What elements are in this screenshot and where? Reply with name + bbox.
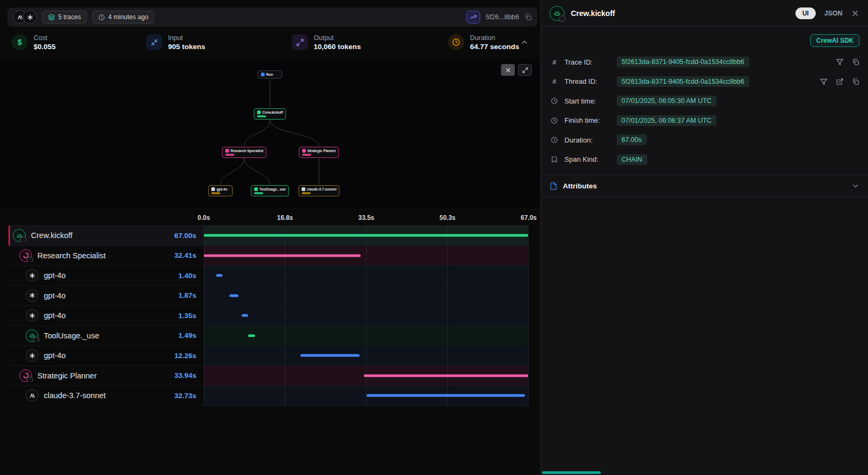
waterfall-row-strategic-planner[interactable]: Strategic Planner 33.94s bbox=[9, 366, 529, 386]
waterfall-row-crew-kickoff[interactable]: Crew.kickoff 67.00s bbox=[9, 226, 529, 246]
waterfall-row-gpt-4o[interactable]: gpt-4o 1.35s bbox=[9, 306, 529, 326]
panel-scrollbar-thumb[interactable] bbox=[542, 471, 601, 474]
graph-node-claude[interactable]: claude-3.7-sonnet bbox=[298, 185, 339, 196]
span-duration: 1.35s bbox=[160, 312, 204, 320]
field-thread-id: # Thread ID: 5f2613da-8371-9405-fcdd-0a1… bbox=[550, 72, 859, 92]
sdk-badge[interactable]: CrewAI SDK bbox=[810, 34, 859, 47]
openai-icon bbox=[26, 309, 38, 322]
span-bar bbox=[204, 254, 361, 257]
trending-up-icon bbox=[469, 13, 477, 21]
graph-node-gpt-4o[interactable]: gpt-4o bbox=[208, 185, 233, 196]
timeline-cell[interactable] bbox=[204, 326, 529, 346]
stat-duration: Duration 64.77 seconds bbox=[448, 34, 519, 51]
traces-count-badge[interactable]: 5 traces bbox=[42, 11, 87, 23]
chevron-down-icon[interactable] bbox=[851, 182, 859, 190]
node-label: Strategic Planner bbox=[307, 149, 336, 153]
filter-icon[interactable] bbox=[836, 58, 843, 66]
node-status-pill bbox=[302, 154, 311, 156]
graph-node-run[interactable]: Run bbox=[258, 70, 282, 78]
span-bar bbox=[229, 294, 238, 297]
copy-icon[interactable] bbox=[852, 78, 859, 85]
trace-id-value[interactable]: 5f2613da-8371-9405-fcdd-0a1534cc8bb6 bbox=[617, 57, 749, 67]
axis-tick: 67.0s bbox=[521, 214, 537, 221]
tool-node-icon bbox=[254, 187, 258, 191]
span-bar bbox=[216, 274, 223, 277]
chevron-up-icon bbox=[520, 38, 529, 46]
arrows-in-icon bbox=[146, 34, 162, 50]
graph-expand-button[interactable] bbox=[518, 64, 532, 76]
llm-node-icon bbox=[211, 187, 215, 191]
waterfall-row-gpt-4o[interactable]: gpt-4o 1.40s bbox=[9, 266, 529, 286]
panel-title: Crew.kickoff bbox=[571, 9, 615, 18]
node-label: Run bbox=[266, 73, 273, 76]
external-link-icon[interactable] bbox=[836, 78, 843, 85]
timeline-cell[interactable] bbox=[204, 366, 529, 386]
filter-icon[interactable] bbox=[820, 78, 827, 85]
span-bar bbox=[248, 334, 256, 337]
output-value: 10,060 tokens bbox=[314, 43, 361, 51]
run-node-icon bbox=[261, 73, 265, 76]
waterfall-row-claude[interactable]: claude-3.7-sonnet 32.73s bbox=[9, 386, 529, 406]
graph-node-strategic-planner[interactable]: Strategic Planner bbox=[299, 147, 339, 158]
waterfall-rows: Crew.kickoff 67.00s Research Specialist … bbox=[9, 225, 529, 406]
timeline-cell[interactable] bbox=[204, 246, 529, 266]
field-label: Trace ID: bbox=[564, 58, 611, 66]
span-name: gpt-4o bbox=[44, 311, 66, 320]
waterfall-row-gpt-4o[interactable]: gpt-4o 12.26s bbox=[9, 346, 529, 366]
node-status-pill bbox=[225, 154, 234, 156]
attributes-section[interactable]: Attributes bbox=[541, 175, 868, 197]
copy-icon[interactable] bbox=[852, 58, 859, 66]
node-label: Crew.kickoff bbox=[262, 110, 283, 114]
agent-icon bbox=[19, 369, 32, 382]
node-status-pill bbox=[211, 192, 220, 194]
panel-close-button[interactable] bbox=[851, 9, 859, 18]
span-name: gpt-4o bbox=[44, 351, 66, 360]
llm-node-icon bbox=[301, 187, 305, 191]
waterfall-row-toolusage[interactable]: ToolUsage._use 1.49s bbox=[9, 326, 529, 346]
span-name: gpt-4o bbox=[44, 271, 66, 280]
timeline-cell[interactable] bbox=[204, 346, 529, 366]
timeline-cell[interactable] bbox=[204, 306, 529, 326]
span-bar bbox=[204, 234, 528, 237]
thread-id-value[interactable]: 5f2613da-8371-9405-fcdd-0a1534cc8bb6 bbox=[617, 76, 749, 87]
model-logos bbox=[13, 10, 37, 24]
clock-icon bbox=[550, 136, 559, 144]
graph-close-button[interactable] bbox=[501, 64, 515, 76]
trace-header-bar: 5 traces 4 minutes ago 5f26...8bb6 bbox=[7, 7, 537, 27]
openai-icon bbox=[26, 349, 38, 362]
graph-node-research-specialist[interactable]: Research Specialist bbox=[222, 147, 266, 158]
crew-node-icon bbox=[257, 110, 261, 114]
span-name: ToolUsage._use bbox=[44, 331, 99, 340]
panel-header: Crew.kickoff UI JSON bbox=[541, 0, 868, 27]
span-name: Research Specialist bbox=[37, 251, 106, 260]
clock-icon bbox=[98, 14, 105, 21]
graph-node-toolusage[interactable]: ToolUsage._use bbox=[251, 185, 289, 196]
timeline-cell[interactable] bbox=[204, 286, 529, 306]
span-kind-value: CHAIN bbox=[617, 154, 647, 165]
waterfall-row-research-specialist[interactable]: Research Specialist 32.41s bbox=[9, 246, 529, 266]
tab-json[interactable]: JSON bbox=[824, 10, 842, 17]
waterfall: 0.0s 16.8s 33.5s 50.3s 67.0s Crew.kickof… bbox=[0, 207, 540, 406]
timeline-cell[interactable] bbox=[204, 386, 529, 406]
copy-trace-id-button[interactable] bbox=[524, 13, 532, 21]
waterfall-row-gpt-4o[interactable]: gpt-4o 1.87s bbox=[9, 286, 529, 306]
stat-cost: $ Cost $0.055 bbox=[12, 34, 146, 51]
crewai-icon bbox=[550, 6, 564, 21]
stat-output: Output 10,060 tokens bbox=[292, 34, 448, 51]
hash-icon: # bbox=[550, 58, 559, 66]
node-label: ToolUsage._use bbox=[259, 187, 285, 191]
span-name: gpt-4o bbox=[44, 291, 66, 300]
trend-button[interactable] bbox=[466, 11, 480, 23]
close-icon bbox=[505, 67, 512, 74]
timeline-cell[interactable] bbox=[204, 226, 529, 246]
openai-icon bbox=[26, 289, 38, 302]
axis-tick: 16.8s bbox=[277, 214, 293, 221]
graph-node-crew-kickoff[interactable]: Crew.kickoff bbox=[254, 108, 286, 120]
field-span-kind: Span Kind: CHAIN bbox=[550, 150, 859, 170]
cost-value: $0.055 bbox=[34, 43, 55, 51]
collapse-stats-button[interactable] bbox=[520, 38, 529, 46]
timeline-cell[interactable] bbox=[204, 266, 529, 286]
span-duration: 1.49s bbox=[160, 331, 204, 339]
tab-ui[interactable]: UI bbox=[795, 7, 816, 19]
trace-main: 5 traces 4 minutes ago 5f26...8bb6 $ Cos… bbox=[0, 0, 540, 475]
